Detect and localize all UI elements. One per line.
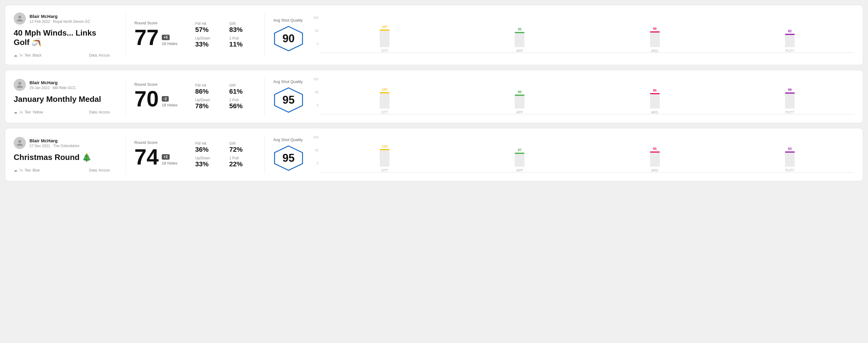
chart-col-label: PUTT xyxy=(785,111,795,114)
quality-label: Avg Shot Quality xyxy=(273,137,303,142)
chart-section: 100 50 0 101 OTT 86 xyxy=(311,77,854,116)
chart-col-label: OTT xyxy=(381,168,388,172)
y-min-label: 0 xyxy=(311,162,318,165)
bar-line xyxy=(380,92,390,93)
bar-line xyxy=(650,31,660,33)
round-title: 40 Mph Winds... Links Golf 🪃 xyxy=(14,28,110,47)
fw-hit-value: 86% xyxy=(195,88,222,95)
stat-fw-hit: FW Hit 36% xyxy=(195,142,222,154)
user-name: Blair McHarg xyxy=(30,14,90,19)
divider-2 xyxy=(265,77,265,116)
bar-value: 82 xyxy=(788,29,792,33)
chart-col-label: ARG xyxy=(651,49,658,53)
chart-col-label: PUTT xyxy=(785,168,795,172)
user-info: Blair McHarg 27 Dec 2021 · The Oxfordshi… xyxy=(30,138,79,148)
stat-oneputt: 1 Putt 56% xyxy=(229,98,256,110)
user-date-course: 29 Jan 2022 · Mill Ride GCC xyxy=(30,86,76,90)
stat-updown: Up/Down 78% xyxy=(195,98,222,110)
bar-line xyxy=(515,32,524,33)
divider-1 xyxy=(126,77,126,116)
chart-col-label: APP xyxy=(516,49,523,53)
quality-left: Avg Shot Quality 90 xyxy=(273,18,304,52)
divider-2 xyxy=(265,12,265,58)
gir-value: 61% xyxy=(229,88,256,95)
score-number: 74 xyxy=(134,146,159,168)
score-badge-col: +2 18 Holes xyxy=(162,154,177,168)
bar-value: 101 xyxy=(382,88,388,91)
score-label: Round Score xyxy=(134,82,195,87)
bar-line xyxy=(515,153,524,154)
hexagon-score: 95 xyxy=(282,94,294,106)
oneputt-value: 56% xyxy=(229,102,256,110)
wind-icon: 🌬 xyxy=(19,168,23,173)
updown-value: 78% xyxy=(195,102,222,110)
quality-section: Avg Shot Quality 90 100 50 0 xyxy=(273,16,854,54)
cloud-icon: ☁ xyxy=(14,110,17,114)
stats-grid: FW Hit 86% GIR 61% Up/Down 78% 1 Putt 56… xyxy=(195,83,256,110)
bar-line xyxy=(515,95,524,96)
gir-label: GIR xyxy=(229,142,256,146)
round-title: Christmas Round 🎄 xyxy=(14,153,110,162)
round-card: Blair McHarg 29 Jan 2022 · Mill Ride GCC… xyxy=(5,70,863,123)
fw-hit-value: 57% xyxy=(195,26,222,34)
gir-value: 72% xyxy=(229,146,256,154)
score-label: Round Score xyxy=(134,21,195,25)
y-max-label: 100 xyxy=(311,77,318,81)
oneputt-label: 1 Putt xyxy=(229,36,256,40)
chart-outer: 100 50 0 107 OTT 95 xyxy=(311,16,854,53)
chart-col-label: APP xyxy=(516,111,523,114)
stat-gir: GIR 83% xyxy=(229,22,256,34)
user-info: Blair McHarg 12 Feb 2022 · Royal North D… xyxy=(30,14,90,24)
oneputt-label: 1 Putt xyxy=(229,98,256,102)
chart-col-label: PUTT xyxy=(785,49,795,53)
hexagon-wrapper: 95 xyxy=(273,86,304,114)
score-number: 77 xyxy=(134,27,159,48)
tee-label: Tee: Blue xyxy=(25,168,40,173)
bar-value: 93 xyxy=(788,147,792,151)
y-max-label: 100 xyxy=(311,136,318,139)
score-row: 70 -2 18 Holes xyxy=(134,88,195,110)
cloud-icon: ☁ xyxy=(14,53,17,58)
round-title: January Monthly Medal xyxy=(14,95,110,104)
avatar xyxy=(14,79,26,91)
stat-fw-hit: FW Hit 57% xyxy=(195,22,222,34)
stat-updown: Up/Down 33% xyxy=(195,156,222,168)
chart-container: 107 OTT 95 APP 98 xyxy=(320,16,854,53)
bar-value: 107 xyxy=(382,25,388,29)
bar-line xyxy=(650,151,660,153)
chart-col-label: OTT xyxy=(381,111,388,114)
stats-section: FW Hit 57% GIR 83% Up/Down 33% 1 Putt 11… xyxy=(195,22,256,48)
user-row: Blair McHarg 12 Feb 2022 · Royal North D… xyxy=(14,12,110,25)
hexagon-score: 90 xyxy=(282,32,294,45)
bar-bg xyxy=(515,153,524,167)
quality-label: Avg Shot Quality xyxy=(273,80,303,84)
bar-value: 96 xyxy=(653,89,657,92)
bar-line xyxy=(380,30,390,31)
user-icon xyxy=(16,81,23,89)
oneputt-value: 11% xyxy=(229,40,256,48)
updown-label: Up/Down xyxy=(195,156,222,160)
bar-bg xyxy=(785,92,795,108)
y-max-label: 100 xyxy=(311,16,318,20)
wind-icon: 🌬 xyxy=(19,110,23,114)
bar-value: 98 xyxy=(653,27,657,30)
user-info: Blair McHarg 29 Jan 2022 · Mill Ride GCC xyxy=(30,80,76,90)
cloud-icon: ☁ xyxy=(14,168,17,173)
score-row: 74 +2 18 Holes xyxy=(134,146,195,168)
oneputt-label: 1 Putt xyxy=(229,156,256,160)
bar-bg xyxy=(380,30,390,47)
fw-hit-label: FW Hit xyxy=(195,22,222,26)
hexagon-score: 95 xyxy=(282,152,294,164)
data-source: Data: Arccos xyxy=(89,110,110,114)
chart-baseline xyxy=(320,53,854,53)
bar-bg xyxy=(785,34,795,47)
stat-updown: Up/Down 33% xyxy=(195,36,222,48)
chart-col-label: OTT xyxy=(381,49,388,53)
bar-bg xyxy=(515,95,524,108)
chart-column: 95 APP xyxy=(455,27,584,53)
tee-info: ☁ 🌬 Tee: Blue xyxy=(14,168,40,173)
chart-section: 100 50 0 107 OTT 95 xyxy=(311,16,854,54)
chart-column: 101 OTT xyxy=(320,88,449,114)
updown-value: 33% xyxy=(195,40,222,48)
chart-outer: 100 50 0 110 OTT 87 xyxy=(311,136,854,173)
